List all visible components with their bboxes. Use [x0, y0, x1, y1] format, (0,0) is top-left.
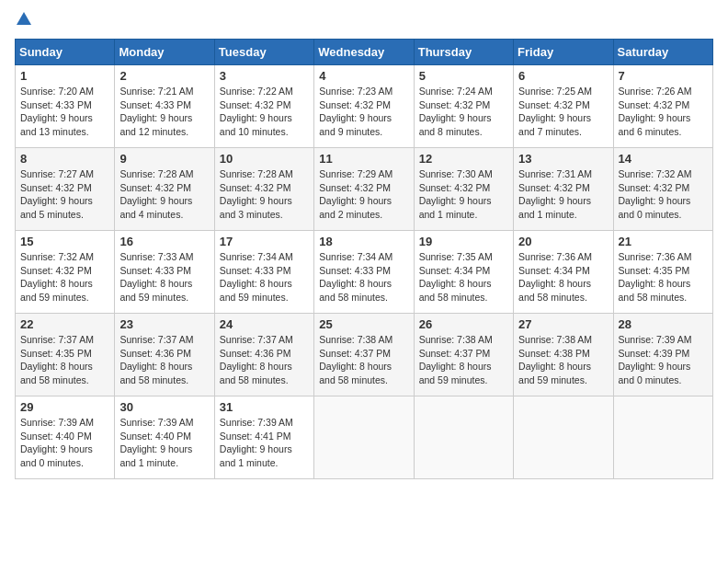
calendar-cell: 2 Sunrise: 7:21 AMSunset: 4:33 PMDayligh…	[115, 65, 214, 148]
calendar-header-wednesday: Wednesday	[314, 40, 414, 65]
day-info: Sunrise: 7:29 AMSunset: 4:32 PMDaylight:…	[319, 168, 392, 220]
day-info: Sunrise: 7:34 AMSunset: 4:33 PMDaylight:…	[319, 251, 392, 303]
calendar-cell: 3 Sunrise: 7:22 AMSunset: 4:32 PMDayligh…	[214, 65, 313, 148]
day-info: Sunrise: 7:24 AMSunset: 4:32 PMDaylight:…	[419, 86, 493, 137]
day-info: Sunrise: 7:23 AMSunset: 4:32 PMDaylight:…	[319, 86, 392, 137]
calendar-cell: 11 Sunrise: 7:29 AMSunset: 4:32 PMDaylig…	[314, 148, 414, 231]
day-info: Sunrise: 7:25 AMSunset: 4:32 PMDaylight:…	[518, 86, 592, 137]
day-info: Sunrise: 7:38 AMSunset: 4:37 PMDaylight:…	[419, 334, 493, 385]
calendar-cell: 4 Sunrise: 7:23 AMSunset: 4:32 PMDayligh…	[314, 65, 414, 148]
day-info: Sunrise: 7:27 AMSunset: 4:32 PMDaylight:…	[20, 168, 94, 220]
day-number: 30	[119, 400, 209, 414]
day-number: 29	[20, 400, 109, 414]
day-number: 24	[220, 317, 309, 331]
calendar-cell: 23 Sunrise: 7:37 AMSunset: 4:36 PMDaylig…	[115, 314, 214, 396]
day-info: Sunrise: 7:26 AMSunset: 4:32 PMDaylight:…	[619, 86, 692, 137]
calendar-week-row: 8 Sunrise: 7:27 AMSunset: 4:32 PMDayligh…	[16, 148, 713, 231]
calendar-cell: 9 Sunrise: 7:28 AMSunset: 4:32 PMDayligh…	[115, 148, 214, 231]
calendar-cell: 18 Sunrise: 7:34 AMSunset: 4:33 PMDaylig…	[314, 231, 414, 314]
calendar-cell: 25 Sunrise: 7:38 AMSunset: 4:37 PMDaylig…	[314, 314, 414, 396]
day-number: 25	[319, 317, 408, 331]
calendar-cell: 20 Sunrise: 7:36 AMSunset: 4:34 PMDaylig…	[514, 231, 613, 314]
day-info: Sunrise: 7:20 AMSunset: 4:33 PMDaylight:…	[20, 86, 94, 137]
calendar-cell: 22 Sunrise: 7:37 AMSunset: 4:35 PMDaylig…	[16, 314, 115, 396]
day-info: Sunrise: 7:28 AMSunset: 4:32 PMDaylight:…	[220, 168, 293, 220]
calendar-cell	[514, 396, 613, 479]
calendar-week-row: 1 Sunrise: 7:20 AMSunset: 4:33 PMDayligh…	[16, 65, 713, 148]
day-number: 26	[419, 317, 508, 331]
day-info: Sunrise: 7:39 AMSunset: 4:41 PMDaylight:…	[220, 417, 293, 468]
calendar-cell: 19 Sunrise: 7:35 AMSunset: 4:34 PMDaylig…	[414, 231, 513, 314]
day-number: 28	[619, 317, 708, 331]
day-info: Sunrise: 7:28 AMSunset: 4:32 PMDaylight:…	[119, 168, 193, 220]
day-info: Sunrise: 7:32 AMSunset: 4:32 PMDaylight:…	[20, 251, 94, 303]
calendar-header-tuesday: Tuesday	[214, 40, 313, 65]
day-number: 18	[319, 235, 408, 248]
calendar-header-thursday: Thursday	[414, 40, 513, 65]
day-number: 9	[119, 152, 209, 166]
calendar-week-row: 29 Sunrise: 7:39 AMSunset: 4:40 PMDaylig…	[16, 396, 713, 479]
day-number: 14	[619, 152, 708, 166]
day-number: 6	[518, 69, 608, 83]
day-info: Sunrise: 7:39 AMSunset: 4:40 PMDaylight:…	[119, 417, 193, 468]
day-number: 19	[419, 235, 508, 248]
calendar-cell: 17 Sunrise: 7:34 AMSunset: 4:33 PMDaylig…	[214, 231, 313, 314]
day-info: Sunrise: 7:36 AMSunset: 4:35 PMDaylight:…	[619, 251, 692, 303]
calendar-header-sunday: Sunday	[16, 40, 115, 65]
calendar-cell: 8 Sunrise: 7:27 AMSunset: 4:32 PMDayligh…	[16, 148, 115, 231]
day-number: 4	[319, 69, 408, 83]
logo	[15, 15, 31, 28]
calendar-header-monday: Monday	[115, 40, 214, 65]
calendar-week-row: 22 Sunrise: 7:37 AMSunset: 4:35 PMDaylig…	[16, 314, 713, 396]
calendar-cell: 12 Sunrise: 7:30 AMSunset: 4:32 PMDaylig…	[414, 148, 513, 231]
logo-triangle-icon	[17, 12, 31, 25]
day-info: Sunrise: 7:34 AMSunset: 4:33 PMDaylight:…	[220, 251, 293, 303]
day-info: Sunrise: 7:31 AMSunset: 4:32 PMDaylight:…	[518, 168, 592, 220]
calendar-header-saturday: Saturday	[613, 40, 712, 65]
day-info: Sunrise: 7:30 AMSunset: 4:32 PMDaylight:…	[419, 168, 493, 220]
calendar-header-friday: Friday	[514, 40, 613, 65]
day-number: 11	[319, 152, 408, 166]
day-number: 16	[119, 235, 209, 248]
day-info: Sunrise: 7:32 AMSunset: 4:32 PMDaylight:…	[619, 168, 692, 220]
calendar-header-row: SundayMondayTuesdayWednesdayThursdayFrid…	[16, 40, 713, 65]
calendar-cell	[414, 396, 513, 479]
calendar-cell: 28 Sunrise: 7:39 AMSunset: 4:39 PMDaylig…	[613, 314, 712, 396]
day-info: Sunrise: 7:37 AMSunset: 4:35 PMDaylight:…	[20, 334, 94, 385]
calendar-cell: 10 Sunrise: 7:28 AMSunset: 4:32 PMDaylig…	[214, 148, 313, 231]
calendar-cell: 30 Sunrise: 7:39 AMSunset: 4:40 PMDaylig…	[115, 396, 214, 479]
day-number: 22	[20, 317, 109, 331]
day-number: 10	[220, 152, 309, 166]
calendar-cell: 15 Sunrise: 7:32 AMSunset: 4:32 PMDaylig…	[16, 231, 115, 314]
day-number: 21	[619, 235, 708, 248]
day-info: Sunrise: 7:21 AMSunset: 4:33 PMDaylight:…	[119, 86, 193, 137]
calendar-table: SundayMondayTuesdayWednesdayThursdayFrid…	[15, 39, 713, 479]
calendar-cell: 5 Sunrise: 7:24 AMSunset: 4:32 PMDayligh…	[414, 65, 513, 148]
calendar-week-row: 15 Sunrise: 7:32 AMSunset: 4:32 PMDaylig…	[16, 231, 713, 314]
day-number: 2	[119, 69, 209, 83]
calendar-cell: 27 Sunrise: 7:38 AMSunset: 4:38 PMDaylig…	[514, 314, 613, 396]
calendar-cell: 14 Sunrise: 7:32 AMSunset: 4:32 PMDaylig…	[613, 148, 712, 231]
day-info: Sunrise: 7:37 AMSunset: 4:36 PMDaylight:…	[119, 334, 193, 385]
day-number: 7	[619, 69, 708, 83]
day-number: 23	[119, 317, 209, 331]
calendar-cell: 6 Sunrise: 7:25 AMSunset: 4:32 PMDayligh…	[514, 65, 613, 148]
calendar-cell: 16 Sunrise: 7:33 AMSunset: 4:33 PMDaylig…	[115, 231, 214, 314]
day-info: Sunrise: 7:35 AMSunset: 4:34 PMDaylight:…	[419, 251, 493, 303]
day-info: Sunrise: 7:36 AMSunset: 4:34 PMDaylight:…	[518, 251, 592, 303]
calendar-cell: 21 Sunrise: 7:36 AMSunset: 4:35 PMDaylig…	[613, 231, 712, 314]
day-info: Sunrise: 7:37 AMSunset: 4:36 PMDaylight:…	[220, 334, 293, 385]
day-number: 5	[419, 69, 508, 83]
calendar-cell: 24 Sunrise: 7:37 AMSunset: 4:36 PMDaylig…	[214, 314, 313, 396]
day-number: 12	[419, 152, 508, 166]
day-info: Sunrise: 7:39 AMSunset: 4:39 PMDaylight:…	[619, 334, 692, 385]
day-info: Sunrise: 7:38 AMSunset: 4:38 PMDaylight:…	[518, 334, 592, 385]
day-info: Sunrise: 7:22 AMSunset: 4:32 PMDaylight:…	[220, 86, 293, 137]
day-number: 8	[20, 152, 109, 166]
calendar-cell: 29 Sunrise: 7:39 AMSunset: 4:40 PMDaylig…	[16, 396, 115, 479]
day-number: 15	[20, 235, 109, 248]
calendar-cell	[613, 396, 712, 479]
day-number: 3	[220, 69, 309, 83]
day-number: 27	[518, 317, 608, 331]
day-info: Sunrise: 7:33 AMSunset: 4:33 PMDaylight:…	[119, 251, 193, 303]
